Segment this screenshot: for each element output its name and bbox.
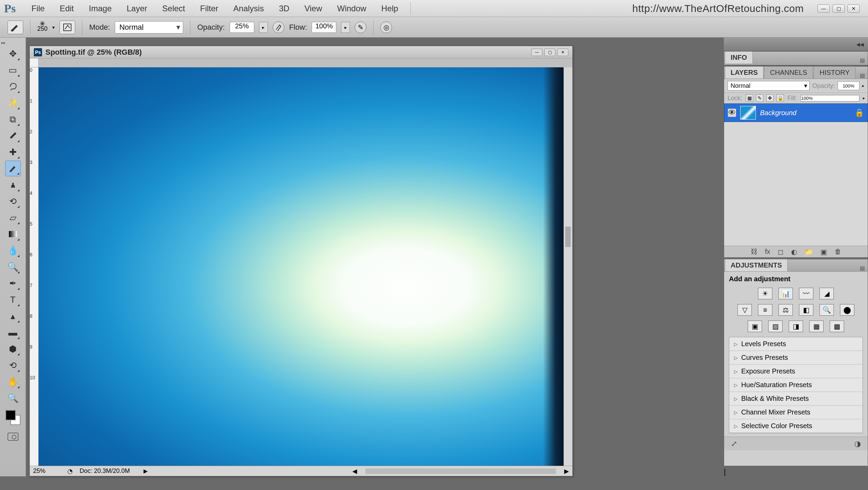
menu-file[interactable]: File (24, 4, 52, 13)
info-tab[interactable]: INFO (725, 51, 753, 64)
color-swatches[interactable] (5, 410, 21, 425)
menu-edit[interactable]: Edit (52, 4, 81, 13)
blur-tool[interactable]: 💧 (5, 243, 21, 258)
doc-minimize[interactable]: — (531, 49, 542, 56)
vertical-ruler[interactable]: 012345678910 (30, 67, 39, 466)
close-button[interactable]: ✕ (847, 4, 860, 13)
ruler-origin[interactable] (30, 58, 39, 67)
crop-tool[interactable]: ⧉ (5, 111, 21, 127)
panel-menu-icon[interactable]: ▤ (860, 57, 865, 64)
clip-to-layer-icon[interactable]: ◑ (854, 439, 861, 448)
selective-color-icon[interactable]: ▩ (830, 321, 844, 332)
menu-select[interactable]: Select (155, 4, 193, 13)
opacity-flyout-icon[interactable]: ▸ (862, 83, 864, 88)
flow-input[interactable]: 100% (312, 22, 336, 33)
marquee-tool[interactable]: ▭ (5, 62, 21, 78)
levels-icon[interactable]: 📊 (778, 288, 793, 299)
posterize-icon[interactable]: ▨ (768, 321, 783, 332)
blend-mode-select[interactable]: Normal (115, 21, 183, 33)
tablet-pressure-opacity-icon[interactable] (273, 22, 284, 33)
magic-wand-tool[interactable]: ✨ (5, 95, 21, 111)
layer-fill-input[interactable] (800, 95, 859, 101)
type-tool[interactable]: T (5, 292, 21, 308)
menu-layer[interactable]: Layer (119, 4, 155, 13)
layers-tab[interactable]: LAYERS (725, 66, 763, 79)
lasso-tool[interactable] (5, 79, 21, 94)
dodge-tool[interactable]: 🔍 (5, 259, 21, 275)
group-icon[interactable]: 📁 (804, 248, 813, 256)
opacity-flyout[interactable]: ▸ (259, 22, 268, 33)
expand-view-icon[interactable]: ⤢ (731, 439, 737, 448)
menu-help[interactable]: Help (374, 4, 406, 13)
gradient-map-icon[interactable]: ▦ (809, 321, 824, 332)
preset-row[interactable]: ▷Hue/Saturation Presets (729, 378, 863, 392)
layer-mask-icon[interactable]: ◻ (778, 248, 784, 256)
layer-opacity-input[interactable] (838, 81, 859, 90)
exposure-icon[interactable]: ◢ (819, 288, 834, 299)
eraser-tool[interactable]: ▱ (5, 210, 21, 226)
minimize-button[interactable]: — (817, 4, 830, 13)
clone-stamp-tool[interactable] (5, 177, 21, 193)
menu-view[interactable]: View (297, 4, 330, 13)
preset-row[interactable]: ▷Selective Color Presets (729, 419, 863, 433)
tablet-pressure-size-icon[interactable]: ◎ (380, 22, 392, 33)
photo-filter-icon[interactable]: 🔍 (819, 304, 834, 316)
new-layer-icon[interactable]: ▣ (820, 248, 827, 256)
zoom-icon[interactable]: ◔ (67, 467, 73, 475)
panel-collapse-strip[interactable]: ◀◀ (724, 38, 868, 51)
lock-position-icon[interactable]: ✥ (766, 94, 774, 102)
panel-menu-icon[interactable]: ▤ (860, 265, 865, 271)
path-selection-tool[interactable]: ▴ (5, 308, 21, 324)
layer-style-icon[interactable]: fx (765, 248, 770, 256)
foreground-color[interactable] (5, 410, 16, 420)
preset-row[interactable]: ▷Levels Presets (729, 337, 863, 351)
brightness-contrast-icon[interactable]: ☀ (758, 288, 772, 299)
pen-tool[interactable]: ✒ (5, 275, 21, 291)
fill-flyout-icon[interactable]: ▸ (863, 96, 865, 100)
dropdown-arrow-icon[interactable]: ▾ (52, 25, 55, 30)
menu-3d[interactable]: 3D (271, 4, 297, 13)
menu-image[interactable]: Image (81, 4, 119, 13)
document-titlebar[interactable]: Ps Spotting.tif @ 25% (RGB/8) — ▢ ✕ (30, 46, 572, 58)
zoom-level[interactable]: 25% (33, 467, 60, 475)
threshold-icon[interactable]: ◨ (789, 321, 803, 332)
horizontal-scrollbar[interactable] (365, 468, 556, 474)
preset-row[interactable]: ▷Exposure Presets (729, 365, 863, 378)
panel-menu-icon[interactable]: ▤ (860, 72, 865, 79)
preset-row[interactable]: ▷Black & White Presets (729, 392, 863, 406)
eyedropper-tool[interactable] (5, 128, 21, 144)
opacity-input[interactable]: 25% (230, 22, 254, 33)
link-layers-icon[interactable]: ⛓ (750, 248, 757, 256)
black-white-icon[interactable]: ◧ (799, 304, 813, 316)
lock-pixels-icon[interactable]: ✎ (756, 94, 763, 102)
maximize-button[interactable]: ▢ (832, 4, 845, 13)
menu-analysis[interactable]: Analysis (226, 4, 271, 13)
visibility-toggle-icon[interactable]: 👁 (728, 109, 736, 117)
move-tool[interactable]: ✥ (5, 46, 21, 62)
color-balance-icon[interactable]: ⚖ (778, 304, 793, 316)
channel-mixer-icon[interactable]: ⬤ (840, 304, 854, 316)
hscroll-right[interactable]: ▶ (564, 467, 569, 475)
zoom-tool[interactable]: 🔍 (5, 390, 21, 406)
adjustments-tab[interactable]: ADJUSTMENTS (725, 259, 788, 271)
flow-flyout[interactable]: ▸ (341, 22, 350, 33)
vibrance-icon[interactable]: ▽ (737, 304, 752, 316)
delete-layer-icon[interactable]: 🗑 (835, 248, 841, 256)
vertical-scrollbar[interactable] (564, 67, 572, 466)
history-brush-tool[interactable]: ⟲ (5, 193, 21, 209)
hscroll-left[interactable]: ◀ (352, 467, 357, 475)
doc-maximize[interactable]: ▢ (544, 49, 555, 56)
history-tab[interactable]: HISTORY (814, 66, 855, 79)
layer-row-background[interactable]: 👁 Background 🔒 (724, 104, 868, 122)
scrollbar-thumb[interactable] (565, 227, 571, 247)
brush-preset-picker[interactable]: 250 (37, 22, 48, 32)
channels-tab[interactable]: CHANNELS (764, 66, 813, 79)
menu-window[interactable]: Window (329, 4, 374, 13)
layer-thumbnail[interactable] (740, 106, 756, 120)
lock-all-icon[interactable]: 🔒 (776, 94, 784, 102)
airbrush-toggle-icon[interactable]: ✎ (355, 22, 366, 33)
gradient-tool[interactable] (5, 226, 21, 242)
status-flyout[interactable]: ▶ (144, 468, 148, 474)
3d-tool[interactable]: ⬢ (5, 341, 21, 357)
curves-icon[interactable]: 〰 (799, 288, 813, 299)
